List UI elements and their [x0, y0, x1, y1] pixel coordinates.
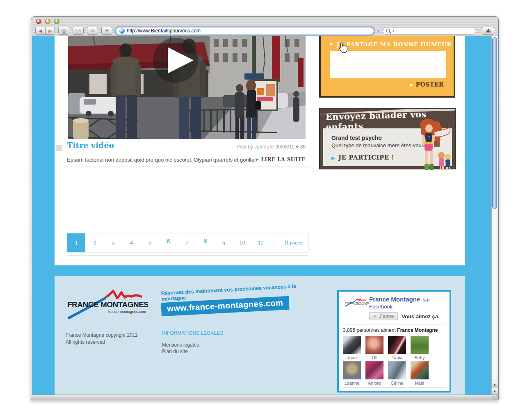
page-button-8[interactable]: 8 [196, 231, 215, 250]
scroll-up-button[interactable]: ▲ [492, 381, 498, 388]
minimize-window-button[interactable] [45, 19, 50, 24]
fan-profile[interactable]: Hani [411, 361, 429, 386]
legal-link-sitemap[interactable]: Plan du site [162, 349, 199, 355]
svg-text:france-montagnes.com: france-montagnes.com [108, 310, 146, 314]
fan-name[interactable]: Céline [388, 381, 406, 386]
scroll-down-button[interactable]: ▼ [492, 388, 498, 395]
promo-panel: Grand test psycho Quel type de mauvaise … [323, 128, 452, 166]
edit-button[interactable] [73, 27, 84, 35]
page-button-3[interactable]: 3 [104, 234, 122, 253]
article-meta: Post by James le 30/08/11 ♥ 86 [68, 144, 306, 150]
share-mood-header[interactable]: ▼JE PARTAGE MA BONNE HUMEUR [321, 36, 454, 48]
fan-name[interactable]: Betty [411, 355, 429, 360]
france-montagnes-banner[interactable]: Réservez dès maintenant vos prochaines v… [161, 287, 306, 313]
fan-profile[interactable]: Tania [388, 336, 406, 360]
back-button[interactable]: ◀ [35, 27, 45, 35]
fan-name[interactable]: Hani [411, 381, 429, 386]
fan-photo[interactable] [365, 336, 383, 354]
video-frame-street-scene [68, 36, 306, 139]
new-tab-button[interactable]: + [101, 27, 112, 35]
page-button-4[interactable]: 4 [122, 233, 141, 252]
copyright-line2: All rights reserved [66, 339, 137, 346]
close-icon: × [91, 27, 94, 34]
fan-profile[interactable]: Juan [343, 336, 361, 360]
page-button-5[interactable]: 5 [141, 233, 159, 252]
facebook-divider [343, 324, 445, 324]
toolbar-splitter-icon[interactable]: ▴ [377, 29, 379, 33]
share-mood-title[interactable]: JE PARTAGE MA BONNE HUMEUR [337, 41, 452, 48]
stop-button[interactable]: × [87, 27, 98, 35]
video-player[interactable] [68, 36, 306, 139]
like-button[interactable]: ✓ J'aime [369, 312, 398, 320]
fan-name[interactable]: Anlore [365, 381, 383, 386]
likes-count: 86 [300, 144, 306, 150]
arrow-right-icon: ▶ [331, 155, 335, 161]
history-buttons: ◀ ▶ [35, 27, 55, 35]
heart-icon[interactable]: ♥ [296, 144, 299, 150]
forward-button[interactable]: ▶ [45, 27, 55, 35]
read-more-label[interactable]: LIRE LA SUITE [261, 157, 306, 162]
svg-text:FRANCE MONTAGNES: FRANCE MONTAGNES [345, 301, 369, 304]
globe-icon [119, 28, 125, 34]
page-button-9[interactable]: 9 [215, 234, 233, 253]
fan-photo[interactable] [343, 361, 361, 379]
search-field[interactable]: ▾ [383, 27, 476, 35]
svg-text:FRANCE MONTAGNES: FRANCE MONTAGNES [67, 300, 148, 309]
report-bug-button[interactable] [482, 27, 494, 35]
resize-grip[interactable] [492, 395, 498, 399]
facebook-page-link[interactable]: France Montagne [369, 296, 420, 303]
participate-label[interactable]: JE PARTICIPE ! [338, 154, 394, 161]
fan-photo[interactable] [411, 336, 429, 354]
page-viewport: Titre vidéo Post by James le 30/08/11 ♥ … [32, 36, 491, 395]
fan-photo[interactable] [388, 336, 406, 354]
copyright-line1: France Montagne copyright 2011 [66, 332, 137, 339]
fan-profile[interactable]: Betty [411, 336, 429, 360]
fans-page-name: France Montagne [397, 327, 438, 333]
fan-profile[interactable]: Céline [388, 361, 406, 386]
legal-link-mentions[interactable]: Mentions légales [162, 342, 199, 348]
facebook-bottom-divider [343, 387, 445, 388]
vertical-scrollbar[interactable]: ▲ ▼ [491, 36, 498, 395]
fan-name[interactable]: Juan [343, 355, 361, 360]
fan-name[interactable]: Oli [365, 355, 383, 360]
window-titlebar[interactable] [31, 17, 498, 26]
page-button-6[interactable]: 6 [159, 232, 178, 250]
page-button-1[interactable]: 1 [67, 233, 85, 252]
fan-profile[interactable]: Anlore [365, 361, 383, 386]
copyright-text: France Montagne copyright 2011 All right… [66, 332, 137, 346]
page-button-7[interactable]: 7 [178, 233, 196, 252]
read-more-link[interactable]: ▶LIRE LA SUITE [68, 157, 306, 162]
legal-section-title: INFORMATIONS LÉGALES [162, 330, 223, 336]
fan-name[interactable]: Tania [388, 355, 406, 360]
caret-down-icon: ▼ [330, 42, 333, 46]
close-window-button[interactable] [36, 19, 41, 24]
like-label: J'aime [379, 313, 394, 319]
poster-label[interactable]: POSTER [415, 81, 444, 88]
home-button[interactable] [58, 27, 69, 35]
fan-photo[interactable] [388, 361, 406, 379]
back-icon: ◀ [39, 29, 42, 33]
scrollbar-thumb[interactable] [492, 37, 497, 209]
page-button-11[interactable]: 11 [251, 233, 270, 252]
search-scope-caret-icon[interactable]: ▾ [393, 29, 395, 33]
participate-link[interactable]: ▶JE PARTICIPE ! [331, 154, 394, 161]
fan-profile[interactable]: Oli [365, 336, 383, 360]
page-button-2[interactable]: 2 [85, 233, 104, 252]
fan-name[interactable]: Loanne [343, 381, 361, 386]
page-button-10[interactable]: 10 [233, 233, 251, 252]
fan-photo[interactable] [365, 361, 383, 379]
url-bar[interactable]: http://www.Bienfaitspourvous.com [116, 27, 374, 35]
fan-profile[interactable]: Loanne [343, 361, 361, 386]
zoom-window-button[interactable] [54, 19, 59, 24]
browser-window: ◀ ▶ × + http://www.Bienfaitspourvous.com… [31, 16, 499, 400]
share-mood-textarea[interactable] [330, 51, 446, 78]
bug-icon [485, 28, 491, 34]
fan-photo[interactable] [343, 336, 361, 354]
post-meta-text: Post by James le 30/08/11 [237, 144, 294, 150]
page-footer: FRANCE MONTAGNES france-montagnes.com Fr… [55, 276, 465, 395]
fan-photo[interactable] [411, 361, 429, 379]
url-text[interactable]: http://www.Bienfaitspourvous.com [127, 28, 201, 34]
poster-button[interactable]: ▶POSTER [321, 78, 454, 88]
promo-box: Envoyez balader vos enfants Grand test p… [319, 108, 456, 169]
france-montagnes-logo[interactable]: FRANCE MONTAGNES france-montagnes.com [66, 289, 148, 321]
